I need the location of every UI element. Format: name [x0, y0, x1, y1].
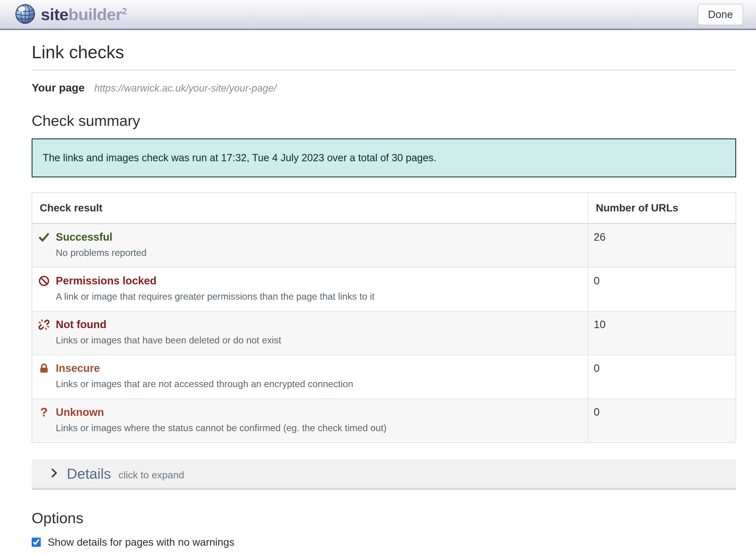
check-summary-table: Check result Number of URLs Successful N… [32, 193, 736, 443]
check-icon [37, 232, 51, 243]
question-mark-icon: ? [37, 406, 51, 418]
row-label: Successful [56, 231, 112, 243]
url-count: 0 [588, 399, 736, 443]
your-page-row: Your page https://warwick.ac.uk/your-sit… [32, 82, 736, 94]
page-title: Link checks [32, 42, 736, 62]
column-number-of-urls: Number of URLs [588, 193, 736, 224]
your-page-label: Your page [32, 82, 85, 94]
your-page-url: https://warwick.ac.uk/your-site/your-pag… [94, 83, 276, 94]
row-label: Unknown [56, 406, 104, 418]
column-check-result: Check result [32, 193, 588, 224]
row-label: Insecure [56, 362, 100, 374]
check-summary-heading: Check summary [32, 112, 736, 129]
table-row-successful: Successful No problems reported 26 [32, 224, 736, 267]
checkbox-row-no-warnings[interactable]: Show details for pages with no warnings [32, 536, 234, 548]
table-row-unknown: ? Unknown Links or images where the stat… [32, 399, 736, 443]
check-run-notice-text: The links and images check was run at 17… [43, 152, 436, 164]
table-header-row: Check result Number of URLs [32, 193, 736, 224]
row-label: Permissions locked [56, 275, 157, 287]
table-row-not-found: Not found Links or images that have been… [32, 311, 736, 355]
table-row-permissions-locked: Permissions locked A link or image that … [32, 267, 736, 311]
row-description: Links or images that have been deleted o… [56, 335, 580, 346]
url-count: 0 [588, 267, 736, 311]
url-count: 26 [588, 224, 736, 267]
row-label: Not found [56, 319, 107, 330]
row-description: Links or images where the status cannot … [56, 422, 580, 433]
url-count: 10 [588, 311, 736, 355]
checkbox-label: Show details for pages with no warnings [48, 536, 234, 548]
details-expander[interactable]: Details click to expand [32, 460, 736, 490]
options-section: Options Show details for pages with no w… [32, 509, 736, 557]
done-button[interactable]: Done [698, 4, 743, 25]
row-description: A link or image that requires greater pe… [56, 291, 580, 302]
page-content: Link checks Your page https://warwick.ac… [32, 42, 736, 557]
table-row-insecure: Insecure Links or images that are not ac… [32, 355, 736, 399]
app-header: sitebuilder2 Done [0, 0, 756, 30]
url-count: 0 [588, 355, 736, 399]
chevron-right-icon [49, 468, 59, 479]
sitebuilder-logo: sitebuilder2 [15, 4, 127, 25]
row-description: Links or images that are not accessed th… [56, 379, 580, 389]
show-no-warnings-checkbox[interactable] [32, 538, 41, 547]
row-description: No problems reported [56, 247, 580, 258]
globe-icon [15, 4, 35, 25]
options-heading: Options [32, 509, 736, 527]
check-run-notice: The links and images check was run at 17… [32, 139, 736, 177]
logo-wordmark: sitebuilder2 [41, 6, 127, 23]
title-divider [32, 70, 736, 70]
lock-icon [37, 363, 51, 374]
ban-icon [37, 275, 51, 287]
broken-link-icon [37, 319, 51, 330]
details-hint: click to expand [119, 470, 184, 481]
details-label: Details [67, 466, 111, 481]
